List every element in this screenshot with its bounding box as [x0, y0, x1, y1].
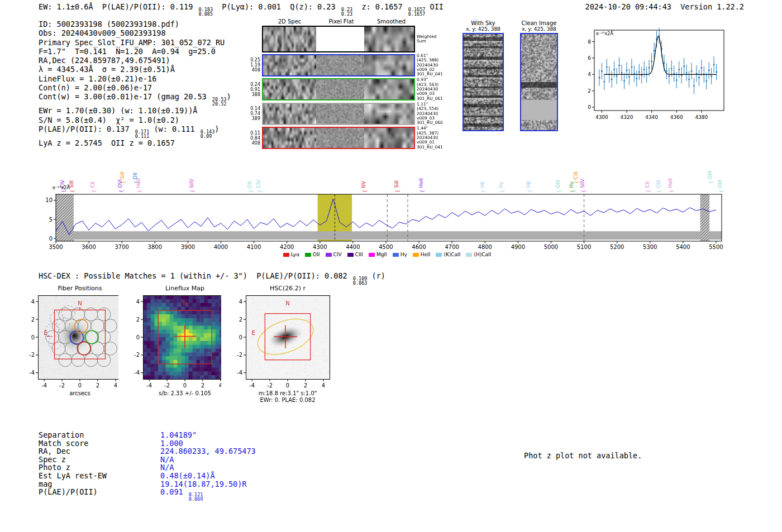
info-line: LyA z = 2.5745 OII z = 0.1657	[39, 138, 231, 147]
table-row: Est LyA rest-EW0.48(±0.14)Å	[39, 472, 256, 480]
svg-text:0: 0	[588, 104, 591, 110]
match-label: Est LyA rest-EW	[39, 472, 160, 480]
svg-text:3900: 3900	[181, 244, 195, 250]
full-spectrum-svg: 3500360037003800390040004100420043004400…	[45, 193, 729, 251]
weight-value: 1.19	[246, 63, 260, 68]
brace-icon: }	[361, 190, 365, 193]
emission-line-label: OIII}	[708, 171, 713, 184]
svg-text:4400: 4400	[346, 244, 360, 250]
svg-text:4360: 4360	[670, 114, 683, 120]
match-value: 0.091 0.1210.069	[160, 487, 203, 496]
top-bar: EW: 1.1±0.6Å P(LAE)/P(OII): 0.119 0.1830…	[39, 2, 744, 16]
weight-value: 0.14	[246, 106, 260, 111]
match-value: 1.000	[160, 439, 183, 448]
sup-sub-value: 20.5320.52	[212, 97, 227, 106]
legend-label: CIV	[333, 252, 342, 257]
pixel-flat-image	[316, 79, 364, 99]
svg-text:4300: 4300	[313, 244, 327, 250]
table-row: mag19.14(18.87,19.50)R	[39, 480, 256, 488]
weight-value: 0.11	[246, 131, 260, 136]
emission-line-label: CII}	[90, 181, 96, 193]
brace-icon: }	[708, 181, 712, 184]
emission-line-label-text: HeII	[668, 178, 673, 188]
svg-text:0: 0	[49, 236, 53, 242]
match-label: Photo z	[39, 463, 160, 472]
info-line: S/N = 5.8(±0.4) χ² = 1.0(±0.2)	[39, 116, 231, 124]
lineflux-map-canvas	[118, 292, 230, 390]
svg-text:5200: 5200	[610, 244, 624, 250]
svg-text:2: 2	[588, 88, 591, 94]
emission-line-label: CIII}	[573, 171, 578, 184]
svg-text:5000: 5000	[544, 244, 558, 250]
legend-label: Lyα	[291, 252, 299, 257]
svg-text:4600: 4600	[412, 244, 426, 250]
match-label: Match score	[39, 439, 160, 448]
table-row: Separation1.04189"	[39, 431, 256, 439]
emission-line-label-text: CIV	[256, 180, 261, 188]
clean-image-title: Clean Image	[518, 20, 560, 26]
emission-line-label-text: SiII	[394, 180, 399, 188]
emission-line-label: OIII}	[656, 180, 661, 193]
emission-line-label-text: SiIV	[580, 179, 585, 188]
brace-icon: }	[121, 181, 125, 184]
smoothed-image	[364, 27, 414, 51]
brace-icon: }	[480, 190, 484, 193]
brace-icon: }	[574, 181, 578, 184]
emission-line-label-text: OII	[247, 181, 252, 188]
emission-line-label-text: CIII	[573, 171, 578, 179]
catalog-match-table: Separation1.04189"Match score1.000RA, De…	[39, 431, 256, 501]
brace-icon: }	[190, 190, 194, 193]
legend-item: (K)CaII	[436, 252, 460, 257]
clean-image	[520, 33, 558, 131]
legend-item: (H)CaII	[466, 252, 491, 257]
legend-swatch	[347, 253, 354, 257]
emission-line-label: NV}	[361, 181, 366, 193]
brace-icon: }	[257, 190, 261, 193]
svg-text:4900: 4900	[511, 244, 525, 250]
emission-line-label: SiIV}	[580, 179, 585, 193]
timestamp: 2024-10-20 09:44:43 Version 1.22.2	[585, 2, 744, 16]
sup-sub-value: 0.1830.085	[198, 7, 213, 16]
fiber-positions-canvas	[13, 292, 125, 390]
info-line: Obs: 20240430v009_5002393198	[39, 28, 231, 37]
legend-swatch	[436, 253, 442, 257]
emission-line-label: HeII}	[668, 178, 673, 193]
spectrum-y-unit-label: e⁻¹⁷x2Å	[53, 185, 70, 190]
2d-spec-image	[263, 27, 316, 51]
brace-icon: }	[669, 190, 673, 193]
match-label: Separation	[39, 431, 160, 439]
legend-item: HeII	[413, 252, 431, 257]
spec2d-row-weights: 0.140.74389	[246, 106, 262, 121]
legend-label: CIII	[355, 252, 363, 257]
emission-line-label-text: HeII	[418, 178, 423, 188]
legend-item: OII	[305, 252, 320, 257]
hsc-cutout-canvas	[221, 292, 333, 390]
table-row: P(LAE)/P(OII)0.091 0.1210.069	[39, 488, 256, 501]
pixel-flat-blank	[316, 27, 364, 51]
sup-sub-value: 0.1430.09	[201, 130, 215, 138]
smoothed-image	[364, 128, 414, 148]
line-fit-inset-svg: 4300432043404360438002468e⁻¹⁷x2Å	[580, 26, 729, 126]
legend-label: HeII	[421, 252, 431, 257]
spec2d-row-annotation: WeightedSum	[415, 35, 451, 44]
summary-line: EW: 1.1±0.6Å P(LAE)/P(OII): 0.119 0.1830…	[39, 2, 444, 16]
svg-text:4340: 4340	[645, 114, 658, 120]
brace-icon: }	[527, 190, 531, 193]
sup-sub-value: 0.16570.1657	[408, 7, 426, 16]
info-line: Cont(n) = 2.00(±0.06)e-17	[39, 83, 231, 92]
spec2d-row-images	[262, 26, 415, 52]
emission-line-label: OII}	[247, 181, 252, 193]
col-title-smoothed: Smoothed	[365, 18, 417, 25]
spec2d-row-images	[262, 54, 415, 76]
svg-text:3800: 3800	[148, 244, 162, 250]
with-sky-title: With Sky	[460, 20, 506, 26]
spec2d-row-weights: 0.251.19408	[246, 57, 262, 73]
brace-icon: }	[70, 190, 74, 193]
annotation-line: 301_RU_041	[417, 72, 451, 76]
emission-line-label-text: Hβ	[526, 181, 531, 188]
info-line: EWr = 1.70(±0.30) (w: 1.10(±0.19))Å	[39, 106, 231, 115]
emission-line-label: SiII}	[120, 171, 125, 184]
info-line: P(LAE)/P(OII): 0.137 0.1710.111 (w: 0.11…	[39, 124, 231, 138]
hsc-caption-1: m:18.8 re:3.1" s:1.0"	[232, 390, 344, 397]
emission-line-label-text: NV	[361, 181, 366, 188]
